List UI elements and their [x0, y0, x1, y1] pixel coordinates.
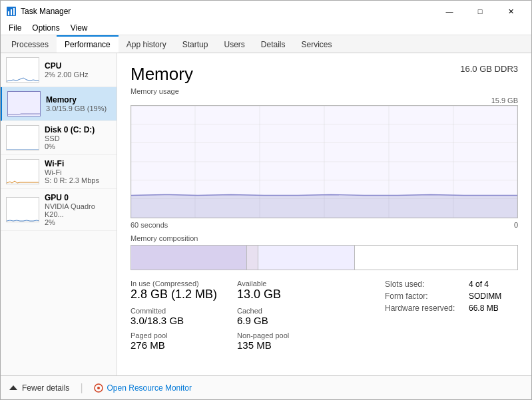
composition-label: Memory composition — [131, 234, 518, 242]
content-spec: 16.0 GB DDR3 — [460, 64, 518, 74]
stat-available: Available 13.0 GB — [237, 280, 324, 301]
gpu-sub2: 2% — [45, 218, 111, 226]
stat-nonpaged: Non-paged pool 135 MB — [237, 331, 324, 351]
tabs-bar: Processes Performance App history Startu… — [1, 35, 531, 53]
wifi-sub1: Wi-Fi — [45, 168, 111, 176]
close-button[interactable]: ✕ — [495, 5, 526, 18]
memory-sub: 3.0/15.9 GB (19%) — [46, 104, 111, 112]
svg-rect-6 — [7, 126, 39, 150]
form-row: Form factor: SODIMM — [385, 292, 518, 301]
disk-name: Disk 0 (C: D:) — [45, 125, 111, 134]
sidebar-item-disk[interactable]: Disk 0 (C: D:) SSD 0% — [1, 121, 117, 155]
menu-view[interactable]: View — [65, 22, 93, 34]
svg-rect-2 — [11, 9, 12, 15]
stat-cached: Cached 6.9 GB — [237, 307, 324, 326]
comp-in-use — [131, 246, 247, 270]
disk-sub2: 0% — [45, 142, 111, 150]
fewer-details-label: Fewer details — [22, 383, 69, 393]
sidebar-item-cpu[interactable]: CPU 2% 2.00 GHz — [1, 53, 117, 87]
menu-options[interactable]: Options — [27, 22, 65, 34]
menu-file[interactable]: File — [3, 22, 27, 34]
window-controls: — □ ✕ — [434, 5, 526, 18]
hw-value: 66.8 MB — [469, 303, 499, 313]
graph-time-right: 0 — [514, 221, 518, 229]
comp-modified — [247, 246, 258, 270]
svg-point-26 — [97, 387, 100, 389]
cached-value: 6.9 GB — [237, 315, 324, 326]
chevron-up-icon — [9, 383, 18, 393]
gpu-thumbnail — [6, 197, 39, 222]
wifi-name: Wi-Fi — [45, 159, 111, 168]
cpu-thumbnail — [6, 57, 39, 83]
hw-row: Hardware reserved: 66.8 MB — [385, 303, 518, 313]
comp-free — [355, 246, 517, 270]
footer-divider: | — [80, 382, 83, 394]
svg-rect-1 — [8, 11, 9, 15]
paged-value: 276 MB — [131, 339, 217, 351]
cpu-sub: 2% 2.00 GHz — [45, 71, 111, 79]
comp-standby — [258, 246, 355, 270]
memory-thumbnail — [7, 91, 41, 116]
menu-bar: File Options View — [1, 21, 531, 35]
sidebar-item-memory[interactable]: Memory 3.0/15.9 GB (19%) — [1, 87, 117, 121]
minimize-button[interactable]: — — [434, 5, 465, 18]
taskmanager-icon — [6, 6, 17, 17]
graph-usage-label: Memory usage — [131, 87, 518, 95]
svg-rect-4 — [7, 58, 39, 83]
tab-apphistory[interactable]: App history — [119, 35, 174, 53]
svg-rect-5 — [8, 92, 41, 116]
nonpaged-value: 135 MB — [237, 339, 324, 351]
sidebar-item-gpu[interactable]: GPU 0 NVIDIA Quadro K20... 2% — [1, 189, 117, 231]
content-header: Memory 16.0 GB DDR3 — [131, 64, 518, 85]
window-title: Task Manager — [21, 7, 71, 16]
slots-label: Slots used: — [385, 280, 465, 289]
stats-grid: In use (Compressed) 2.8 GB (1.2 MB) Avai… — [131, 280, 518, 351]
svg-marker-24 — [9, 385, 17, 390]
fewer-details-button[interactable]: Fewer details — [9, 383, 69, 393]
content-title: Memory — [131, 64, 193, 85]
tab-services[interactable]: Services — [294, 35, 340, 53]
in-use-value: 2.8 GB (1.2 MB) — [131, 288, 217, 301]
composition-bar — [131, 245, 518, 270]
open-resource-monitor-link[interactable]: Open Resource Monitor — [107, 383, 192, 393]
monitor-icon — [94, 383, 103, 393]
svg-rect-3 — [13, 8, 15, 15]
title-bar-left: Task Manager — [6, 6, 71, 17]
cached-label: Cached — [237, 307, 324, 315]
tab-performance[interactable]: Performance — [57, 35, 119, 53]
gpu-name: GPU 0 — [45, 193, 111, 202]
gpu-sub1: NVIDIA Quadro K20... — [45, 202, 111, 218]
cpu-name: CPU — [45, 61, 111, 71]
maximize-button[interactable]: □ — [465, 5, 495, 18]
committed-label: Committed — [131, 307, 217, 315]
tab-processes[interactable]: Processes — [3, 35, 57, 53]
disk-sub1: SSD — [45, 134, 111, 142]
available-value: 13.0 GB — [237, 288, 324, 301]
stats-right: Slots used: 4 of 4 Form factor: SODIMM H… — [385, 280, 518, 313]
sidebar-item-wifi[interactable]: Wi-Fi Wi-Fi S: 0 R: 2.3 Mbps — [1, 155, 117, 189]
svg-marker-23 — [131, 194, 517, 218]
sidebar: CPU 2% 2.00 GHz Memory 3.0/15.9 GB (19%) — [1, 53, 117, 375]
available-label: Available — [237, 280, 324, 288]
wifi-thumbnail — [6, 159, 39, 184]
slots-value: 4 of 4 — [469, 280, 489, 289]
svg-rect-7 — [7, 160, 39, 184]
content-area: Memory 16.0 GB DDR3 Memory usage 15.9 GB — [117, 53, 531, 375]
tab-startup[interactable]: Startup — [174, 35, 216, 53]
stat-in-use: In use (Compressed) 2.8 GB (1.2 MB) — [131, 280, 217, 301]
tab-users[interactable]: Users — [216, 35, 252, 53]
memory-info: Memory 3.0/15.9 GB (19%) — [46, 95, 111, 112]
paged-label: Paged pool — [131, 331, 217, 339]
gpu-info: GPU 0 NVIDIA Quadro K20... 2% — [45, 193, 111, 226]
stat-paged: Paged pool 276 MB — [131, 331, 217, 351]
task-manager-window: Task Manager — □ ✕ File Options View Pro… — [0, 0, 532, 400]
stat-committed: Committed 3.0/18.3 GB — [131, 307, 217, 326]
tab-details[interactable]: Details — [253, 35, 294, 53]
form-label: Form factor: — [385, 292, 465, 301]
disk-thumbnail — [6, 125, 39, 150]
nonpaged-label: Non-paged pool — [237, 331, 324, 339]
cpu-info: CPU 2% 2.00 GHz — [45, 61, 111, 79]
wifi-info: Wi-Fi Wi-Fi S: 0 R: 2.3 Mbps — [45, 159, 111, 184]
in-use-label: In use (Compressed) — [131, 280, 217, 288]
monitor-link-container: Open Resource Monitor — [94, 383, 192, 393]
